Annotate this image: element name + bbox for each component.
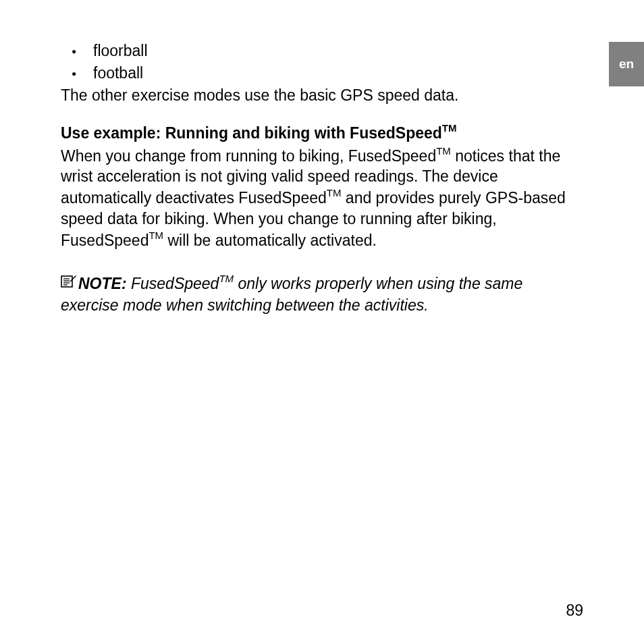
note-label: NOTE: xyxy=(78,275,127,292)
heading-text: Use example: Running and biking with Fus… xyxy=(61,124,442,142)
document-page: en floorball football The other exercise… xyxy=(0,0,644,644)
page-number: 89 xyxy=(566,601,583,620)
list-item: football xyxy=(61,63,583,84)
trademark-superscript: TM xyxy=(436,145,451,157)
note-text: FusedSpeed xyxy=(127,275,219,292)
trademark-superscript: TM xyxy=(219,273,234,284)
language-tab: en xyxy=(609,42,644,86)
body-text: will be automatically activated. xyxy=(163,232,377,249)
note-icon xyxy=(61,272,77,293)
note-block: NOTE: FusedSpeedTM only works properly w… xyxy=(61,273,583,316)
paragraph: When you change from running to biking, … xyxy=(61,145,583,251)
paragraph: The other exercise modes use the basic G… xyxy=(61,85,583,106)
trademark-superscript: TM xyxy=(442,122,457,134)
section-heading: Use example: Running and biking with Fus… xyxy=(61,122,583,144)
list-item: floorball xyxy=(61,41,583,61)
trademark-superscript: TM xyxy=(149,230,163,241)
bullet-list: floorball football xyxy=(61,41,583,84)
trademark-superscript: TM xyxy=(327,187,342,198)
body-text: When you change from running to biking, … xyxy=(61,146,436,164)
